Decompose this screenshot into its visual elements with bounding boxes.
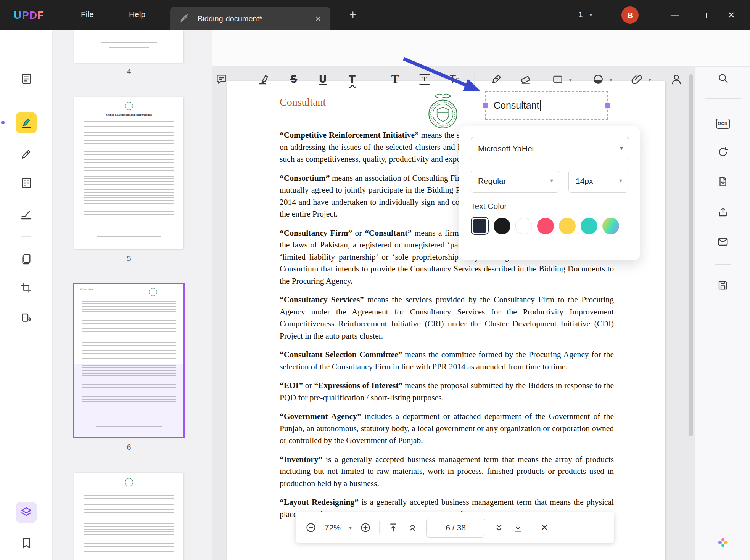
window-close-button[interactable]: ✕ <box>721 0 742 30</box>
window-maximize-button[interactable] <box>693 0 713 30</box>
vertical-scrollbar[interactable] <box>689 74 693 436</box>
sidebar-divider <box>21 236 31 237</box>
sidebar-item-comment[interactable] <box>16 112 37 133</box>
document-tab[interactable]: Bidding-document* ✕ <box>170 7 330 30</box>
doc-text-segment: “Consultant” <box>365 228 412 237</box>
sidebar-item-organize-pages[interactable] <box>16 249 37 270</box>
menu-help[interactable]: Help <box>129 10 145 19</box>
zoom-out-button[interactable] <box>306 522 316 533</box>
tab-pen-icon <box>179 13 189 24</box>
resize-handle-right[interactable] <box>605 103 610 108</box>
sidebar-item-sign[interactable] <box>16 204 37 225</box>
sidebar-item-bookmark[interactable] <box>16 533 37 554</box>
window-count[interactable]: 1 <box>578 10 583 19</box>
font-family-select[interactable]: Microsoft YaHei ▾ <box>471 137 629 160</box>
color-swatch-dark-navy[interactable] <box>471 217 489 235</box>
last-page-button[interactable] <box>513 522 523 533</box>
zoom-in-button[interactable] <box>360 522 371 533</box>
doc-text-segment: or <box>303 381 314 390</box>
eraser-tool[interactable] <box>517 71 534 88</box>
new-tab-button[interactable]: + <box>345 8 361 22</box>
rotate-icon <box>717 146 729 158</box>
sidebar-item-forms[interactable] <box>16 172 37 194</box>
thumbnail-page-5[interactable]: Section I. Definitions and Interpretatio… <box>74 97 183 249</box>
left-sidebar <box>0 30 53 560</box>
underline-tool[interactable]: U <box>314 71 331 88</box>
pages-icon <box>20 253 32 265</box>
text-edit-box[interactable]: Consultant <box>485 91 608 120</box>
sidebar-item-layers[interactable] <box>16 502 37 523</box>
color-swatch-white[interactable] <box>515 218 532 234</box>
highlighter-icon <box>20 117 32 129</box>
thumbnail-page-4[interactable] <box>74 30 183 63</box>
menu-file[interactable]: File <box>81 10 94 19</box>
highlight-tool[interactable] <box>256 71 272 88</box>
page-download-icon <box>717 176 729 187</box>
mini-text-block <box>84 209 174 219</box>
mini-text-block <box>82 301 176 314</box>
sidebar-item-extract[interactable] <box>16 308 37 329</box>
search-tool[interactable] <box>715 70 731 87</box>
previous-page-button[interactable] <box>407 522 418 533</box>
email-tool[interactable] <box>715 233 731 250</box>
sticky-note-tool[interactable] <box>213 71 230 88</box>
thumbnail-page-6-selected[interactable]: Consultant <box>74 284 183 437</box>
avatar[interactable]: B <box>621 6 639 24</box>
form-icon <box>20 177 32 189</box>
mini-text-block <box>109 47 149 50</box>
squiggly-underline-tool[interactable]: T <box>344 71 361 88</box>
thumbnail-page-7[interactable] <box>74 473 183 560</box>
edit-pen-icon <box>20 148 32 160</box>
tab-close-icon[interactable]: ✕ <box>315 14 321 23</box>
color-swatch-rainbow[interactable] <box>602 218 619 234</box>
ocr-tool[interactable]: OCR <box>715 115 731 132</box>
rotate-tool[interactable] <box>715 144 731 160</box>
attach-tool-caret-icon[interactable]: ▾ <box>649 77 651 83</box>
sidebar-item-reader[interactable] <box>16 68 37 90</box>
font-size-select[interactable]: 14px ▾ <box>568 170 628 193</box>
window-minimize-button[interactable]: — <box>665 0 685 30</box>
next-page-button[interactable] <box>494 522 504 533</box>
mini-text-block <box>84 189 174 205</box>
ellipse-shape-tool[interactable] <box>590 71 607 88</box>
stamp-person-icon <box>670 73 682 85</box>
first-page-button[interactable] <box>388 522 399 533</box>
zoom-caret-icon[interactable]: ▾ <box>349 525 352 531</box>
doc-paragraph: “EOI” or “Expressions of Interest” means… <box>280 380 614 404</box>
ellipse-tool-caret-icon[interactable]: ▾ <box>610 77 612 83</box>
color-swatch-black[interactable] <box>494 218 510 234</box>
thumbnail-panel: 4 Section I. Definitions and Interpretat… <box>53 30 212 560</box>
strikethrough-tool[interactable]: S <box>285 71 302 88</box>
strikethrough-icon: S <box>290 74 298 85</box>
ellipse-icon <box>592 73 604 85</box>
font-style-value: Regular <box>478 177 506 186</box>
close-navigation-bar-button[interactable]: ✕ <box>541 522 548 533</box>
font-style-select[interactable]: Regular ▾ <box>471 170 559 193</box>
attach-file-tool[interactable] <box>629 71 645 88</box>
mini-heading: Consultant <box>80 288 94 291</box>
page-export-tool[interactable] <box>715 173 731 190</box>
sidebar-item-edit-pdf[interactable] <box>16 143 37 165</box>
color-swatch-red[interactable] <box>537 218 554 234</box>
color-swatch-teal[interactable] <box>581 218 597 234</box>
blue-arrow-annotation[interactable] <box>397 53 496 101</box>
edit-box-text[interactable]: Consultant <box>494 100 539 111</box>
resize-handle-left[interactable] <box>483 103 488 108</box>
squiggly-icon: T <box>349 74 356 85</box>
ai-assistant-button[interactable] <box>715 534 731 551</box>
mini-emblem-icon <box>125 102 133 110</box>
color-swatch-yellow[interactable] <box>559 218 576 234</box>
page-navigation-bar: 72% ▾ 6 / 38 ✕ <box>296 512 614 543</box>
page-indicator[interactable]: 6 / 38 <box>426 518 485 538</box>
rectangle-shape-tool[interactable] <box>549 71 566 88</box>
rectangle-tool-caret-icon[interactable]: ▾ <box>569 77 572 83</box>
zoom-level[interactable]: 72% <box>325 523 341 532</box>
stamp-tool[interactable] <box>668 71 685 88</box>
save-tool[interactable] <box>715 277 731 294</box>
mini-text-block <box>84 504 174 517</box>
doc-text-segment: “Expressions of Interest” <box>314 381 403 390</box>
toolbar-divider <box>243 72 243 86</box>
sidebar-item-crop[interactable] <box>16 277 37 298</box>
window-count-caret-icon[interactable]: ▾ <box>589 11 592 18</box>
share-tool[interactable] <box>715 204 731 220</box>
